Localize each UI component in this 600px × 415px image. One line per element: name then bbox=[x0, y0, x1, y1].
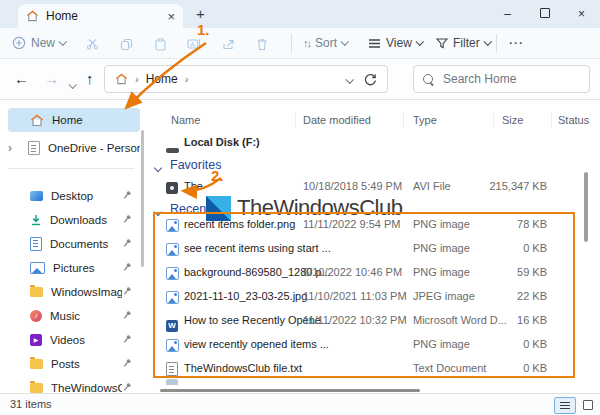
up-button[interactable]: ↑ bbox=[86, 70, 94, 87]
icons-view-button[interactable] bbox=[578, 397, 598, 412]
tab-close-icon[interactable]: × bbox=[167, 10, 175, 23]
title-bar: Home × + – × bbox=[0, 0, 600, 28]
sidebar-item-home[interactable]: Home bbox=[8, 108, 140, 132]
sidebar-item-label: Videos bbox=[50, 334, 85, 346]
sidebar-item-windowsimagebacku[interactable]: WindowsImageBacku bbox=[8, 280, 140, 304]
pin-icon[interactable] bbox=[122, 358, 132, 368]
file-row[interactable]: view recently opened items ...PNG image0… bbox=[150, 334, 590, 354]
details-view-icon bbox=[560, 405, 570, 406]
file-size: 78 KB bbox=[450, 214, 547, 234]
tab-home[interactable]: Home × bbox=[18, 4, 183, 28]
music-icon bbox=[30, 310, 42, 322]
command-bar: New A ↑↓ Sort View Filter ⋯ bbox=[0, 28, 600, 59]
pin-icon[interactable] bbox=[122, 238, 132, 248]
file-row[interactable]: How to see Recently Opene...11/11/2022 1… bbox=[150, 310, 590, 330]
file-row[interactable]: background-869580_1280.p...6/10/2022 10:… bbox=[150, 262, 590, 282]
file-name: TheWindowsClub file.txt bbox=[184, 358, 302, 378]
new-tab-button[interactable]: + bbox=[196, 5, 205, 22]
details-view-button[interactable] bbox=[554, 397, 576, 414]
column-header-type[interactable]: Type bbox=[413, 110, 437, 130]
forward-button[interactable]: → bbox=[44, 70, 59, 87]
sort-button[interactable]: ↑↓ Sort bbox=[303, 28, 348, 58]
view-lines-icon bbox=[368, 38, 381, 49]
file-size: 215,347 KB bbox=[450, 176, 547, 196]
copy-icon bbox=[120, 38, 133, 51]
sidebar-item-label: Downloads bbox=[50, 214, 107, 226]
sidebar-item-pictures[interactable]: Pictures bbox=[8, 256, 140, 280]
folder-icon bbox=[30, 287, 43, 297]
pin-icon[interactable] bbox=[122, 214, 132, 224]
img-file-icon bbox=[166, 338, 179, 358]
pin-icon[interactable] bbox=[122, 310, 132, 320]
search-input[interactable] bbox=[441, 71, 565, 87]
drive-row[interactable]: Local Disk (F:) bbox=[150, 132, 590, 152]
close-button[interactable]: × bbox=[563, 7, 600, 21]
breadcrumb-separator: › bbox=[135, 73, 139, 85]
delete-button[interactable] bbox=[254, 36, 270, 52]
sidebar-item-label: WindowsImageBacku bbox=[51, 286, 122, 298]
copy-button[interactable] bbox=[118, 36, 134, 52]
sidebar-item-downloads[interactable]: Downloads bbox=[8, 208, 140, 232]
pin-icon[interactable] bbox=[122, 382, 132, 392]
column-separator[interactable] bbox=[551, 113, 552, 127]
breadcrumb-home[interactable]: Home bbox=[146, 72, 178, 86]
home-icon bbox=[26, 10, 39, 22]
file-row[interactable]: see recent items using start ...PNG imag… bbox=[150, 238, 590, 258]
sidebar-item-music[interactable]: Music bbox=[8, 304, 140, 328]
sidebar-item-videos[interactable]: Videos bbox=[8, 328, 140, 352]
view-button[interactable]: View bbox=[368, 28, 422, 58]
refresh-icon[interactable] bbox=[364, 73, 377, 86]
file-type: AVI File bbox=[413, 176, 451, 196]
vertical-scrollbar[interactable] bbox=[584, 172, 588, 242]
new-button[interactable]: New bbox=[12, 28, 66, 58]
back-button[interactable]: ← bbox=[14, 70, 29, 87]
minimize-button[interactable]: – bbox=[489, 7, 526, 21]
downloads-icon bbox=[30, 214, 42, 226]
file-name: view recently opened items ... bbox=[184, 334, 329, 354]
rename-button[interactable]: A bbox=[186, 36, 202, 52]
more-options-button[interactable]: ⋯ bbox=[508, 28, 524, 58]
sidebar-scrollbar[interactable] bbox=[141, 130, 144, 267]
pin-icon[interactable] bbox=[122, 262, 132, 272]
file-row[interactable]: TheWindowsClub file.txtText Document0 KB bbox=[150, 358, 590, 378]
file-date: 11/11/2022 9:54 PM bbox=[303, 214, 400, 234]
cut-button[interactable] bbox=[84, 36, 100, 52]
file-date: 6/10/2022 10:46 PM bbox=[303, 262, 402, 282]
sidebar-item-posts[interactable]: Posts bbox=[8, 352, 140, 376]
column-separator[interactable] bbox=[295, 113, 296, 127]
history-chevron-button[interactable] bbox=[70, 74, 76, 91]
pin-icon[interactable] bbox=[122, 190, 132, 200]
file-row[interactable]: recent items folder.png11/11/2022 9:54 P… bbox=[150, 214, 590, 234]
paste-button[interactable] bbox=[152, 36, 168, 52]
sidebar-item-label: Pictures bbox=[53, 262, 95, 274]
file-date: 11/10/2021 11:03 PM bbox=[303, 286, 407, 306]
address-dropdown-button[interactable] bbox=[347, 72, 353, 86]
column-header-size[interactable]: Size bbox=[502, 110, 523, 130]
sidebar-item-label: Music bbox=[50, 310, 80, 322]
column-separator[interactable] bbox=[403, 113, 404, 127]
address-breadcrumb-bar[interactable]: › Home › bbox=[104, 65, 388, 93]
expand-chevron-icon[interactable]: › bbox=[8, 141, 12, 155]
chevron-down-icon bbox=[69, 80, 77, 88]
search-box[interactable] bbox=[413, 65, 590, 93]
pin-icon[interactable] bbox=[122, 334, 132, 344]
column-header-name[interactable]: Name bbox=[171, 110, 200, 130]
folder-icon bbox=[30, 359, 43, 369]
file-row[interactable]: 2021-11-10_23-03-25.jpg11/10/2021 11:03 … bbox=[150, 286, 590, 306]
column-header-date[interactable]: Date modified bbox=[303, 110, 371, 130]
filter-button[interactable]: Filter bbox=[436, 28, 490, 58]
pin-icon[interactable] bbox=[122, 286, 132, 296]
scissors-icon bbox=[86, 38, 99, 50]
sidebar-item-onedrive[interactable]: › OneDrive - Personal bbox=[8, 136, 140, 160]
column-header-status[interactable]: Status bbox=[558, 110, 589, 130]
sidebar-item-documents[interactable]: Documents bbox=[8, 232, 140, 256]
tab-title: Home bbox=[46, 9, 78, 23]
maximize-button[interactable] bbox=[526, 7, 563, 21]
home-icon bbox=[115, 73, 128, 85]
paste-icon bbox=[154, 38, 167, 51]
share-button[interactable] bbox=[220, 36, 236, 52]
file-date: 10/18/2018 5:49 PM bbox=[303, 176, 402, 196]
column-separator[interactable] bbox=[493, 113, 494, 127]
sidebar-item-desktop[interactable]: Desktop bbox=[8, 184, 140, 208]
horizontal-scrollbar[interactable] bbox=[160, 389, 420, 392]
